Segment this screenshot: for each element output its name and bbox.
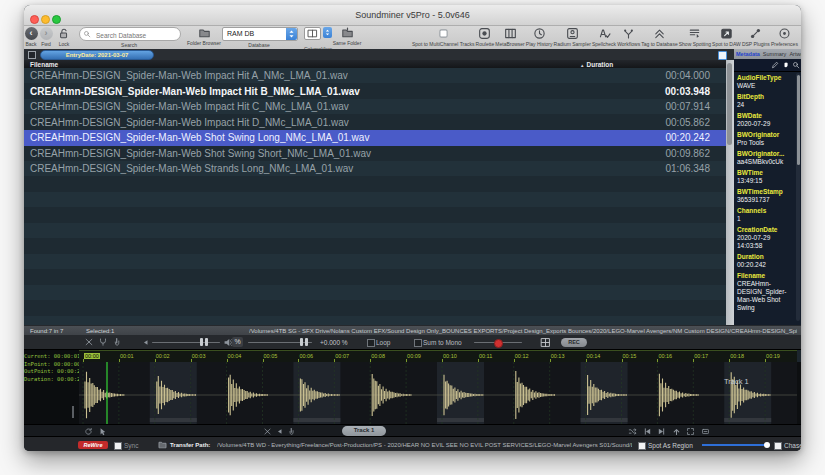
metadata-tab-summary[interactable]: Summary xyxy=(763,51,787,57)
metadata-field-label: Filename xyxy=(737,272,797,280)
waveform-svg xyxy=(79,362,797,424)
crossfade-slider[interactable] xyxy=(702,444,769,446)
forward-button[interactable]: › Fwd xyxy=(39,27,53,47)
finger-icon[interactable] xyxy=(112,337,122,347)
pitch-thumb-right[interactable] xyxy=(305,338,308,346)
waveform-display[interactable] xyxy=(79,362,797,424)
player-info-line: InPoint: 00:00:00:00 xyxy=(24,361,79,369)
up-arrow-icon[interactable] xyxy=(672,427,681,436)
shuffle-icon[interactable] xyxy=(628,427,637,436)
rec-button[interactable]: REC xyxy=(561,338,587,347)
spot-to-multichannel-tracks-label: Spot to MultiChannel Tracks xyxy=(412,41,475,47)
search-icon xyxy=(83,30,91,38)
branch-icon[interactable] xyxy=(98,337,108,347)
loop-checkbox[interactable] xyxy=(367,339,375,347)
pitch-thumb-left[interactable] xyxy=(300,338,303,346)
tag-to-database-button[interactable]: Tag to Database xyxy=(641,27,677,47)
table-row[interactable]: CREAHmn-DESIGN_Spider-Man-Web Impact Hit… xyxy=(24,84,726,100)
dsp-plugins-button[interactable]: DSP Plugins xyxy=(742,27,770,47)
sum-to-mono-checkbox[interactable] xyxy=(414,339,422,347)
radium-sampler-icon xyxy=(566,27,579,40)
timeline-tick-label: 00:16 xyxy=(658,353,672,359)
rewire-badge: ReWire xyxy=(78,441,108,449)
roulette-label: Roulette xyxy=(476,41,495,47)
metadata-tab-artwork[interactable]: Artwork xyxy=(789,51,801,57)
magnifier-icon[interactable] xyxy=(792,61,800,69)
dropdown-arrows-icon xyxy=(286,28,297,40)
spot-to-multichannel-tracks-button[interactable]: Spot to MultiChannel Tracks xyxy=(412,27,475,47)
spot-as-region-checkbox[interactable] xyxy=(638,442,646,450)
timeline-tick-label: 00:13 xyxy=(551,353,565,359)
workflows-label: Workflows xyxy=(617,41,640,47)
search-field[interactable] xyxy=(79,27,181,41)
pitch-percent-button[interactable]: % xyxy=(232,337,243,347)
table-row[interactable]: CREAHmn-DESIGN_Spider-Man-Web Impact Hit… xyxy=(24,99,726,115)
tools-icon[interactable] xyxy=(84,337,94,347)
timeline-tick-label: 00:06 xyxy=(299,353,313,359)
chase-checkbox[interactable] xyxy=(774,442,782,450)
sync-checkbox[interactable] xyxy=(114,442,122,450)
filename-cell: CREAHmn-DESIGN_Spider-Man-Web Impact Hit… xyxy=(30,115,349,131)
filter-tab[interactable]: EntryDate: 2021-03-07 xyxy=(40,50,154,60)
metadata-scrollbar-thumb[interactable] xyxy=(797,75,800,165)
metadata-field-label: BitDepth xyxy=(737,93,797,101)
duration-column-header[interactable]: ▲Duration xyxy=(580,61,613,68)
edit-pencil-icon[interactable] xyxy=(771,61,779,69)
filename-column-header[interactable]: Filename xyxy=(30,61,58,68)
table-row[interactable]: CREAHmn-DESIGN_Spider-Man-Web Strands Lo… xyxy=(24,161,726,177)
metadata-tab-metadata[interactable]: Metadata xyxy=(736,51,760,57)
list-scrollbar-thumb[interactable] xyxy=(727,63,732,145)
tools-small-icon[interactable] xyxy=(263,427,272,436)
folder-browser-button[interactable]: Folder Browser xyxy=(184,27,224,46)
player-info-panel: Current: 00:00:01:11InPoint: 00:00:00:00… xyxy=(24,350,79,424)
lock-button[interactable]: Lock xyxy=(56,27,72,47)
previous-track-icon[interactable] xyxy=(643,427,652,436)
roulette-button[interactable]: Roulette xyxy=(476,27,495,47)
timeline-tick-label: 00:15 xyxy=(623,353,637,359)
column-options-icon[interactable] xyxy=(718,51,727,60)
radium-sampler-button[interactable]: Radium Sampler xyxy=(554,27,591,47)
spellcheck-button[interactable]: Spellcheck xyxy=(592,27,616,47)
database-select[interactable]: RAM DB xyxy=(222,27,298,41)
grid-view-icon[interactable] xyxy=(540,337,551,348)
refresh-icon[interactable] xyxy=(84,427,93,436)
back-button[interactable]: ‹ Back xyxy=(24,27,38,47)
bottom-bar: ReWire Sync Transfer Path: /Volumes/4TB … xyxy=(24,436,801,451)
timeline-tick-label: 00:03 xyxy=(192,353,206,359)
spot-as-region-label: Spot As Region xyxy=(648,442,693,449)
cursor-icon[interactable] xyxy=(98,427,107,436)
transfer-folder-icon[interactable] xyxy=(158,440,167,449)
columnview-icon xyxy=(304,27,321,40)
dsp-plugins-icon xyxy=(749,27,762,40)
volume-thumb-right[interactable] xyxy=(205,338,208,346)
table-row[interactable]: CREAHmn-DESIGN_Spider-Man-Web Impact Hit… xyxy=(24,115,726,131)
minimize-track-icon[interactable] xyxy=(701,427,710,436)
search-input[interactable] xyxy=(94,28,180,42)
expand-icon[interactable] xyxy=(686,427,695,436)
preferences-button[interactable]: Preferences xyxy=(771,27,798,47)
spot-to-daw-button[interactable]: Spot to DAW xyxy=(712,27,741,47)
next-track-icon[interactable] xyxy=(657,427,666,436)
play-history-button[interactable]: Play History xyxy=(526,27,553,47)
metadata-scrollbar[interactable] xyxy=(796,73,800,321)
track-tab[interactable]: Track 1 xyxy=(342,426,386,436)
crossfade-thumb[interactable] xyxy=(764,442,770,448)
finger-small-icon[interactable] xyxy=(287,427,296,436)
show-spotting-button[interactable]: Show Spotting xyxy=(679,27,711,47)
zoom-handle[interactable] xyxy=(72,406,74,418)
prev-marker-icon[interactable] xyxy=(276,428,283,435)
workflows-button[interactable]: Workflows xyxy=(617,27,640,47)
table-row[interactable]: CREAHmn-DESIGN_Spider-Man-Web Shot Swing… xyxy=(24,130,726,146)
list-scrollbar[interactable] xyxy=(726,60,734,325)
select-all-checkbox[interactable] xyxy=(28,51,36,59)
hand-tool-icon[interactable] xyxy=(782,61,790,69)
metadata-field-value: aa4SMBkv0cUk xyxy=(737,158,797,166)
table-row[interactable]: CREAHmn-DESIGN_Spider-Man-Web Shot Swing… xyxy=(24,146,726,162)
volume-thumb-left[interactable] xyxy=(200,338,203,346)
volume-slider[interactable] xyxy=(152,342,220,344)
table-row[interactable]: CREAHmn-DESIGN_Spider-Man-Web Impact Hit… xyxy=(24,68,726,84)
metabrowser-button[interactable]: MetaBrowser xyxy=(495,27,524,47)
timeline-tick-label: 00:02 xyxy=(156,353,170,359)
same-folder-button[interactable]: Same Folder xyxy=(330,27,364,46)
balance-thumb[interactable] xyxy=(494,339,503,348)
